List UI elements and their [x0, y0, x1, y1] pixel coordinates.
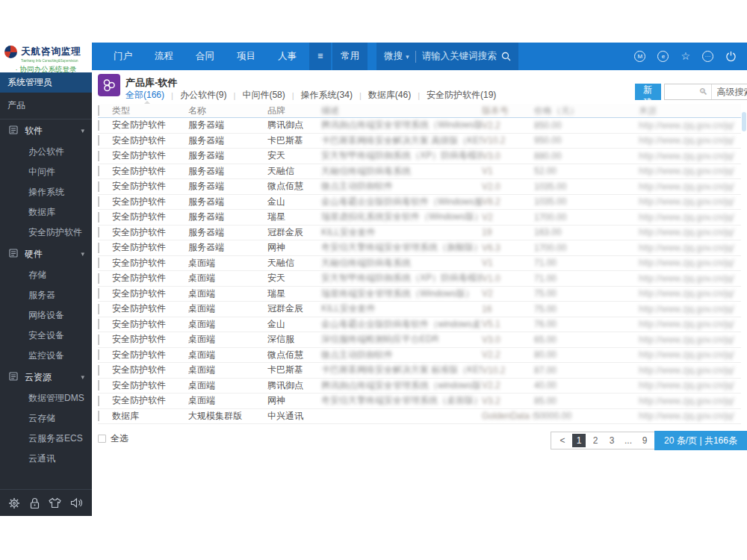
- row-checkbox[interactable]: [98, 120, 99, 131]
- nav-item[interactable]: 人事: [267, 43, 308, 70]
- table-row[interactable]: 安全防护软件桌面端微点佰慧微点主动防御软件V2.280.00http://www…: [98, 348, 741, 364]
- sidebar-item[interactable]: 中间件: [0, 162, 92, 182]
- page-number-button[interactable]: ...: [622, 434, 635, 447]
- table-row[interactable]: 安全防护软件服务器端卡巴斯基卡巴斯基网络安全解决方案 高级版（KES 安全...…: [98, 134, 741, 149]
- table-row[interactable]: 安全防护软件服务器端瑞星瑞星虚拟化系统安全软件（Windows版）防病毒V217…: [98, 210, 741, 225]
- page-number-button[interactable]: 1: [572, 434, 586, 447]
- new-button[interactable]: 新建: [635, 84, 661, 100]
- tab-5[interactable]: 安全防护软件(19): [427, 89, 496, 102]
- page-number-button[interactable]: 9: [638, 434, 651, 447]
- row-checkbox[interactable]: [98, 181, 99, 192]
- row-checkbox[interactable]: [98, 135, 99, 146]
- table-row[interactable]: 安全防护软件服务器端冠群金辰KILL安全套件19163.00http://www…: [98, 225, 741, 241]
- row-checkbox[interactable]: [98, 212, 99, 223]
- tab-4[interactable]: 数据库(46): [368, 89, 411, 102]
- theme-shirt-icon[interactable]: [49, 497, 61, 508]
- sidebar-item[interactable]: 网络设备: [0, 305, 92, 326]
- table-row[interactable]: 安全防护软件服务器端微点佰慧微点主动防御软件V2.01035.00http://…: [98, 179, 741, 195]
- row-checkbox[interactable]: [98, 349, 99, 360]
- global-search[interactable]: 微搜 ▾ 请输入关键词搜索: [376, 43, 518, 70]
- table-row[interactable]: 安全防护软件服务器端金山金山毒霸企业版防病毒软件（Windows服务器版）V8.…: [98, 195, 741, 211]
- per-page-button[interactable]: 20 条/页 | 共166条: [654, 431, 747, 450]
- table-row[interactable]: 安全防护软件服务器端安天安天智甲终端防御系统（XP）防病毒模块V3.0880.0…: [98, 149, 741, 164]
- search-placeholder[interactable]: 请输入关键词搜索: [422, 50, 497, 63]
- nav-item[interactable]: 项目: [226, 43, 267, 70]
- search-icon[interactable]: 🔍︎: [696, 87, 711, 97]
- table-row[interactable]: 安全防护软件桌面端金山金山毒霸企业版防病毒软件（windows桌面版）V5.17…: [98, 317, 741, 333]
- page-number-button[interactable]: 2: [589, 434, 602, 447]
- nav-item[interactable]: 门户: [102, 43, 143, 70]
- table-row[interactable]: 安全防护软件服务器端网神奇安信天擎终端安全管理系统（旗舰版）V6.31700.0…: [98, 240, 741, 256]
- email-icon[interactable]: e: [657, 51, 669, 62]
- tab-3[interactable]: 操作系统(34): [301, 89, 353, 102]
- tab-1[interactable]: 办公软件(9): [180, 89, 227, 102]
- header-checkbox[interactable]: [98, 105, 99, 116]
- row-checkbox[interactable]: [98, 319, 99, 329]
- table-cell: 金山毒霸企业版防病毒软件（windows桌面版）: [321, 318, 482, 331]
- power-icon[interactable]: [725, 51, 737, 62]
- scrollbar-thumb[interactable]: [742, 112, 746, 131]
- row-checkbox[interactable]: [98, 380, 99, 391]
- nav-item[interactable]: 合同: [185, 43, 226, 70]
- tab-0[interactable]: 全部(166): [125, 89, 164, 102]
- tab-pinned[interactable]: 常用: [332, 43, 368, 70]
- sidebar-item[interactable]: 数据管理DMS: [0, 388, 92, 408]
- sidebar-item[interactable]: 办公软件: [0, 142, 92, 162]
- table-row[interactable]: 安全防护软件服务器端腾讯御点腾讯御点终端安全管理系统（Windows版）V2.2…: [98, 118, 741, 134]
- sidebar-item[interactable]: 云通讯: [0, 449, 92, 469]
- message-icon[interactable]: M: [634, 51, 645, 62]
- table-row[interactable]: 安全防护软件桌面端瑞星瑞星终端安全管理系统（Windows版）V275.00ht…: [98, 287, 741, 302]
- sidebar-item[interactable]: 监控设备: [0, 346, 92, 366]
- row-checkbox[interactable]: [98, 304, 99, 314]
- row-checkbox[interactable]: [98, 411, 99, 421]
- nav-item[interactable]: 流程: [143, 43, 185, 70]
- row-checkbox[interactable]: [98, 273, 99, 284]
- tab-2[interactable]: 中间件(58): [242, 89, 285, 102]
- more-icon[interactable]: ···: [702, 51, 713, 62]
- table-row[interactable]: 安全防护软件桌面端安天安天智甲终端防御系统（XP）防病毒模块V1.071.00h…: [98, 271, 741, 287]
- sidebar-section-0[interactable]: 软件▾: [0, 119, 92, 142]
- sidebar-item[interactable]: 服务器: [0, 285, 92, 305]
- page-number-button[interactable]: 3: [605, 434, 619, 447]
- chevron-down-icon: ▾: [406, 53, 409, 60]
- row-checkbox[interactable]: [98, 396, 99, 406]
- row-checkbox[interactable]: [98, 151, 99, 161]
- row-checkbox[interactable]: [98, 288, 99, 299]
- table-row[interactable]: 数据库大规模集群版中兴通讯GoldenData s...50000.00http…: [98, 409, 741, 425]
- row-checkbox[interactable]: [98, 243, 99, 253]
- table-row[interactable]: 安全防护软件桌面端腾讯御点腾讯御点终端安全管理系统（windows版）V2.2V…: [98, 379, 741, 394]
- sidebar-item[interactable]: 安全防护软件: [0, 223, 92, 243]
- table-row[interactable]: 安全防护软件桌面端天融信天融信终端防病毒系统V171.00http://www.…: [98, 256, 741, 272]
- advanced-search-button[interactable]: 高级搜索: [711, 84, 747, 99]
- settings-gear-icon[interactable]: [8, 497, 20, 509]
- row-checkbox[interactable]: [98, 196, 99, 207]
- sidebar-item[interactable]: 云存储: [0, 408, 92, 429]
- sidebar-item[interactable]: 数据库: [0, 202, 92, 223]
- lock-icon[interactable]: [29, 497, 40, 509]
- page-prev-button[interactable]: <: [556, 434, 569, 447]
- sound-speaker-icon[interactable]: [70, 497, 84, 508]
- sidebar-section-1[interactable]: 硬件▾: [0, 243, 92, 265]
- favorites-icon[interactable]: ☆: [681, 51, 690, 62]
- sidebar-item[interactable]: 云服务器ECS: [0, 429, 92, 449]
- table-row[interactable]: 安全防护软件服务器端天融信天融信终端防病毒系统V152.00http://www…: [98, 164, 741, 180]
- sidebar-section-2[interactable]: 云资源▾: [0, 366, 92, 388]
- sidebar-item[interactable]: 安全设备: [0, 326, 92, 346]
- table-row[interactable]: 安全防护软件桌面端深信服深信服终端检测响应平台EDRV3.065.00http:…: [98, 332, 741, 348]
- sidebar-item[interactable]: 操作系统: [0, 182, 92, 202]
- row-checkbox[interactable]: [98, 365, 99, 376]
- table-row[interactable]: 安全防护软件桌面端网神奇安信天擎终端安全管理系统（桌面版）V3.285.00ht…: [98, 393, 741, 409]
- sidebar-item[interactable]: 存储: [0, 265, 92, 285]
- search-scope-label[interactable]: 微搜: [384, 50, 403, 63]
- row-checkbox[interactable]: [98, 335, 99, 345]
- table-row[interactable]: 安全防护软件桌面端冠群金辰KILL安全套件1675.00http://www.z…: [98, 302, 741, 317]
- table-row[interactable]: 安全防护软件桌面端卡巴斯基卡巴斯基网络安全解决方案 标准版（KES）- KS..…: [98, 363, 741, 379]
- sidebar-module-product[interactable]: 产品: [0, 93, 92, 119]
- select-all-checkbox[interactable]: [98, 435, 106, 443]
- search-icon[interactable]: [501, 52, 511, 61]
- table-search-input[interactable]: [665, 85, 696, 99]
- row-checkbox[interactable]: [98, 166, 99, 176]
- row-checkbox[interactable]: [98, 258, 99, 268]
- menu-grid-button[interactable]: ≡: [309, 43, 331, 70]
- row-checkbox[interactable]: [98, 227, 99, 237]
